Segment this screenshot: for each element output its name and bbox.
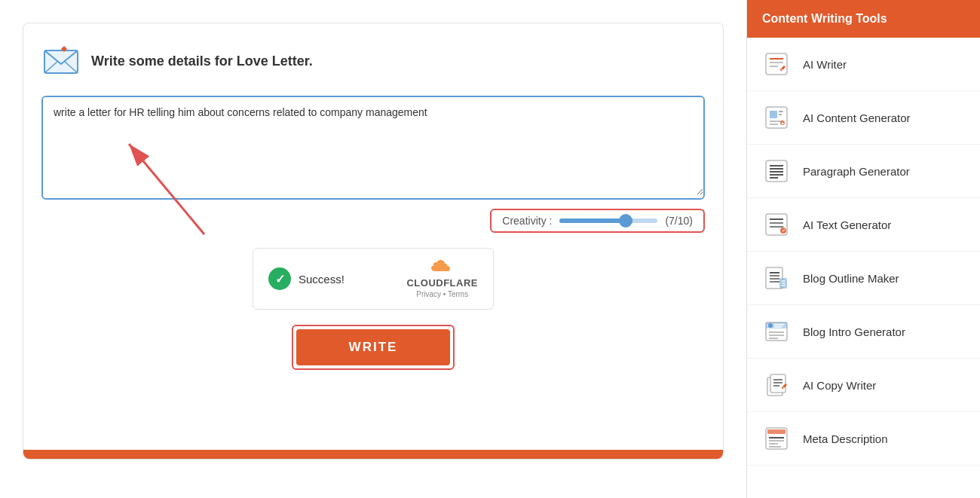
- creativity-box: Creativity : (7/10): [490, 209, 705, 233]
- svg-point-42: [768, 323, 773, 328]
- sidebar-item-ai-writer[interactable]: AI Writer: [747, 38, 980, 91]
- love-letter-icon: [41, 41, 81, 81]
- meta-desc-icon: [761, 423, 792, 454]
- svg-text:✓: ✓: [782, 228, 786, 233]
- card-title: Write some details for Love Letter.: [91, 53, 313, 69]
- success-check-icon: ✓: [268, 267, 291, 290]
- terms-link[interactable]: Terms: [448, 290, 468, 298]
- sidebar-item-blog-intro[interactable]: Blog Intro Generator: [747, 305, 980, 359]
- cloudflare-links: Privacy • Terms: [416, 290, 468, 298]
- write-button-outer: WRITE: [292, 325, 455, 370]
- svg-rect-13: [779, 111, 783, 112]
- paragraph-icon: [761, 155, 792, 187]
- svg-rect-49: [770, 374, 786, 393]
- ai-writer-icon: [761, 48, 792, 80]
- write-button[interactable]: WRITE: [296, 329, 451, 365]
- sidebar-item-label-paragraph: Paragraph Generator: [803, 165, 910, 178]
- sidebar-item-meta-desc[interactable]: Meta Description: [747, 412, 980, 466]
- sidebar-item-ai-content[interactable]: ▶ AI Content Generator: [747, 91, 980, 145]
- svg-rect-12: [770, 111, 777, 118]
- creativity-slider[interactable]: [559, 218, 657, 223]
- privacy-link[interactable]: Privacy: [416, 290, 441, 298]
- ai-copy-icon: [761, 369, 792, 401]
- success-text: Success!: [299, 273, 345, 286]
- form-card: Write some details for Love Letter. Crea…: [23, 23, 724, 460]
- sidebar-item-label-blog-outline: Blog Outline Maker: [803, 272, 899, 285]
- sidebar-item-blog-outline[interactable]: Blog Outline Maker: [747, 252, 980, 305]
- details-textarea[interactable]: [43, 97, 703, 195]
- sidebar-item-label-ai-copy: AI Copy Writer: [803, 379, 876, 392]
- cf-separator: •: [443, 290, 446, 298]
- sidebar-item-paragraph[interactable]: Paragraph Generator: [747, 145, 980, 198]
- sidebar-item-label-meta-desc: Meta Description: [803, 432, 888, 445]
- blog-outline-icon: [761, 262, 792, 294]
- bottom-bar: [23, 450, 723, 459]
- sidebar-header: Content Writing Tools: [747, 0, 980, 38]
- svg-rect-55: [767, 429, 786, 434]
- sidebar: Content Writing Tools AI Writer: [746, 0, 980, 498]
- sidebar-item-ai-copy[interactable]: AI Copy Writer: [747, 359, 980, 412]
- creativity-value: (7/10): [665, 215, 693, 227]
- ai-content-icon: ▶: [761, 102, 792, 133]
- main-content: Write some details for Love Letter. Crea…: [0, 0, 746, 498]
- svg-rect-6: [766, 53, 787, 75]
- textarea-wrapper: [41, 96, 705, 200]
- sidebar-item-label-ai-content: AI Content Generator: [803, 112, 911, 124]
- cloudflare-logo: CLOUDFLARE Privacy • Terms: [406, 259, 478, 298]
- card-header: Write some details for Love Letter.: [41, 41, 705, 81]
- success-row: ✓ Success!: [268, 267, 345, 290]
- sidebar-item-label-ai-text: AI Text Generator: [803, 218, 891, 231]
- cloudflare-name: CLOUDFLARE: [406, 277, 478, 289]
- sidebar-item-label-ai-writer: AI Writer: [803, 58, 847, 71]
- sidebar-item-label-blog-intro: Blog Intro Generator: [803, 325, 905, 338]
- captcha-banner: ✓ Success! CLOUDFLARE Privacy • Terms: [253, 248, 494, 310]
- blog-intro-icon: [761, 316, 792, 347]
- sidebar-item-ai-text[interactable]: ✓ AI Text Generator: [747, 198, 980, 252]
- creativity-label: Creativity :: [502, 215, 552, 227]
- write-button-wrapper: WRITE: [41, 325, 705, 370]
- ai-text-icon: ✓: [761, 209, 792, 240]
- svg-rect-14: [779, 114, 782, 115]
- creativity-row: Creativity : (7/10): [41, 209, 705, 233]
